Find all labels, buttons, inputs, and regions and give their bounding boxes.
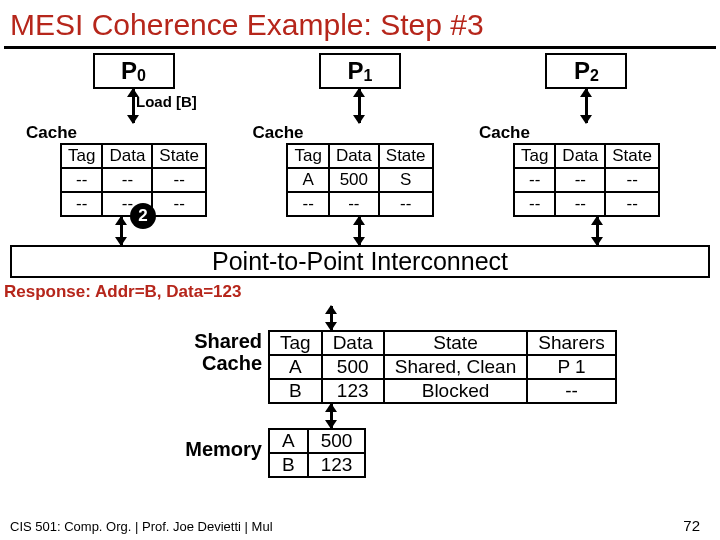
col-state: State (605, 144, 659, 168)
cell: -- (555, 168, 605, 192)
cell: -- (61, 168, 102, 192)
cell: A (287, 168, 328, 192)
arrow-icon (358, 89, 361, 123)
cell: S (379, 168, 433, 192)
cell: A (269, 429, 308, 453)
cell: Shared, Clean (384, 355, 527, 379)
arrow-icon (358, 217, 361, 245)
proc-sub: 2 (590, 67, 599, 84)
cell: A (269, 355, 322, 379)
memory-label: Memory (170, 428, 268, 460)
cell: -- (527, 379, 616, 403)
col-data: Data (329, 144, 379, 168)
arrow-icon (585, 89, 588, 123)
label-line: Cache (202, 352, 262, 374)
col-tag: Tag (61, 144, 102, 168)
cell: -- (555, 192, 605, 216)
cache-p1: TagDataState A500S ------ (286, 143, 433, 217)
cell: -- (379, 192, 433, 216)
footer-text: CIS 501: Comp. Org. | Prof. Joe Devietti… (10, 519, 273, 534)
proc-p2: P2 Cache TagDataState ------ ------ (513, 53, 660, 217)
cell: -- (287, 192, 328, 216)
col-tag: Tag (514, 144, 555, 168)
proc-sub: 0 (137, 67, 146, 84)
col-data: Data (102, 144, 152, 168)
memory-row: Memory A500 B123 (170, 428, 720, 478)
proc-p1-box: P1 (319, 53, 401, 89)
arrow-icon (330, 306, 333, 330)
load-b-label: Load [B] (136, 93, 197, 110)
arrow-icon (596, 217, 599, 245)
cell: 500 (322, 355, 384, 379)
shared-cache-label: Shared Cache (170, 330, 268, 374)
col-sharers: Sharers (527, 331, 616, 355)
slide-title: MESI Coherence Example: Step #3 (4, 0, 716, 49)
response-text: Response: Addr=B, Data=123 (0, 278, 720, 306)
cache-label: Cache (26, 123, 77, 143)
cache-p2: TagDataState ------ ------ (513, 143, 660, 217)
proc-sub: 1 (364, 67, 373, 84)
label-line: Shared (194, 330, 262, 352)
interconnect-box: Point-to-Point Interconnect (10, 245, 710, 278)
proc-p0: P0 Load [B] Cache TagDataState ------ --… (60, 53, 207, 217)
col-state: State (384, 331, 527, 355)
proc-p2-box: P2 (545, 53, 627, 89)
step-badge: 2 (130, 203, 156, 229)
cell: P 1 (527, 355, 616, 379)
proc-label: P (574, 57, 590, 84)
arrow-icon (132, 89, 135, 123)
col-tag: Tag (287, 144, 328, 168)
proc-p0-box: P0 (93, 53, 175, 89)
proc-p1: P1 Cache TagDataState A500S ------ (286, 53, 433, 217)
cell: B (269, 379, 322, 403)
lower-section: 2 Point-to-Point Interconnect (0, 217, 720, 278)
processor-row: P0 Load [B] Cache TagDataState ------ --… (0, 49, 720, 217)
page-number: 72 (683, 517, 700, 534)
cell: -- (605, 168, 659, 192)
cell: 500 (329, 168, 379, 192)
cache-label: Cache (479, 123, 530, 143)
cell: B (269, 453, 308, 477)
col-data: Data (322, 331, 384, 355)
col-tag: Tag (269, 331, 322, 355)
cell: 500 (308, 429, 366, 453)
cell: -- (61, 192, 102, 216)
cell: -- (514, 168, 555, 192)
shared-cache-row: Shared Cache Tag Data State Sharers A 50… (170, 330, 720, 404)
memory-table: A500 B123 (268, 428, 366, 478)
cell: 123 (322, 379, 384, 403)
cell: -- (605, 192, 659, 216)
arrow-icon (120, 217, 123, 245)
cache-interconnect-arrows: 2 (10, 217, 710, 247)
cell: -- (514, 192, 555, 216)
cell: -- (329, 192, 379, 216)
cell: Blocked (384, 379, 527, 403)
cache-label: Cache (252, 123, 303, 143)
cell: -- (152, 168, 206, 192)
cell: -- (152, 192, 206, 216)
col-data: Data (555, 144, 605, 168)
proc-label: P (121, 57, 137, 84)
shared-cache-table: Tag Data State Sharers A 500 Shared, Cle… (268, 330, 617, 404)
cell: 123 (308, 453, 366, 477)
cell: -- (102, 168, 152, 192)
col-state: State (379, 144, 433, 168)
arrow-icon (330, 404, 333, 428)
col-state: State (152, 144, 206, 168)
proc-label: P (348, 57, 364, 84)
